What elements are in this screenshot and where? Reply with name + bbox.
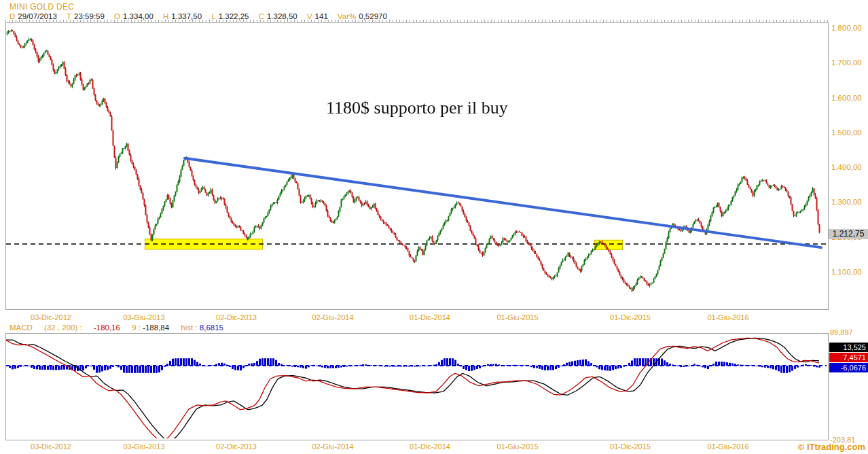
- trading-chart-window: MINI GOLD DEC D29/07/2013 T23:59:59 O1.3…: [0, 0, 868, 454]
- price-axis-label: 1.800,00: [831, 24, 862, 32]
- date-axis-label: 01-Dic-2014: [410, 442, 450, 451]
- price-axis-label: 1.300,00: [831, 198, 862, 206]
- macd-panel[interactable]: [5, 333, 829, 440]
- current-price-badge: 1.212,75: [829, 229, 868, 239]
- date-axis-label: 01-Dic-2015: [610, 313, 651, 321]
- macd-max-label: 89,897: [830, 328, 853, 336]
- date-axis-label: 02-Giu-2014: [312, 442, 353, 451]
- date-axis-label: 01-Giu-2015: [496, 442, 538, 451]
- macd-params: (32 , 200) :: [44, 324, 82, 332]
- macd-line-badge: 7,4571: [829, 353, 868, 362]
- date-axis-label: 01-Dic-2015: [610, 442, 651, 451]
- date-axis-label: 01-Giu-2016: [707, 442, 748, 451]
- date-axis-label: 03-Dic-2012: [31, 442, 71, 451]
- macd-signal-value: -188,84: [143, 324, 169, 332]
- date-axis-label: 02-Dic-2013: [216, 442, 257, 451]
- price-axis-label: 1.500,00: [831, 128, 862, 137]
- date-axis-label: 01-Dic-2014: [410, 313, 450, 321]
- macd-signal-key: 9 :: [132, 324, 141, 332]
- date-tick-ruler: [5, 20, 829, 22]
- price-axis-label: 1.100,00: [831, 268, 862, 276]
- macd-hist-key: hist :: [181, 324, 197, 332]
- macd-value: -180,16: [94, 324, 120, 332]
- macd-chart-canvas[interactable]: [6, 334, 827, 438]
- date-axis-label: 02-Giu-2014: [312, 313, 353, 321]
- candlestick-chart-canvas[interactable]: [6, 23, 827, 308]
- date-axis-label: 03-Giu-2013: [123, 313, 164, 321]
- date-axis-label: 03-Giu-2013: [123, 442, 164, 451]
- date-axis-label: 01-Giu-2015: [496, 313, 538, 321]
- macd-label: MACD: [10, 324, 33, 332]
- macd-hist-badge: -6,0676: [829, 363, 868, 372]
- date-axis-label: 03-Dic-2012: [31, 313, 71, 321]
- price-axis-label: 1.400,00: [831, 163, 862, 171]
- macd-indicator-header: MACD (32 , 200) : -180,16 9 : -188,84 hi…: [10, 324, 223, 332]
- macd-hist-value: 8,6815: [200, 324, 223, 332]
- support-annotation: 1180$ supporto per il buy: [326, 98, 508, 118]
- price-axis-label: 1.600,00: [831, 94, 862, 102]
- date-axis-label: 01-Giu-2016: [707, 313, 748, 321]
- price-axis-label: 1.700,00: [831, 58, 862, 67]
- instrument-title: MINI GOLD DEC: [10, 2, 74, 12]
- watermark-ittrading: © ITtrading.com: [798, 442, 865, 452]
- date-axis-label: 02-Dic-2013: [216, 313, 257, 321]
- macd-signal-badge: 13,525: [829, 343, 868, 352]
- price-chart-panel[interactable]: [5, 22, 829, 310]
